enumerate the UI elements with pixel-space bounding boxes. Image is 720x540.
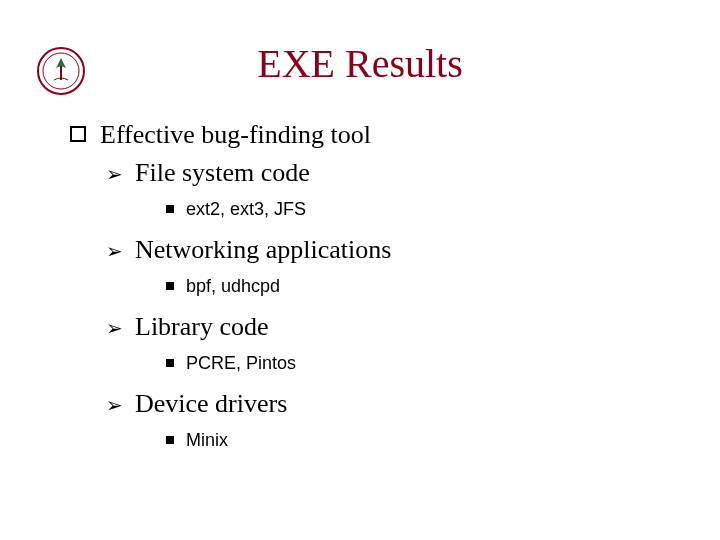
bullet-main: Effective bug-finding tool <box>70 118 650 152</box>
square-icon <box>166 205 174 213</box>
arrow-icon: ➢ <box>106 161 123 187</box>
bullet-detail-library: PCRE, Pintos <box>166 352 650 375</box>
arrow-icon: ➢ <box>106 238 123 264</box>
arrow-icon: ➢ <box>106 392 123 418</box>
slide-body: Effective bug-finding tool ➢ File system… <box>70 118 650 465</box>
arrow-icon: ➢ <box>106 315 123 341</box>
bullet-detail-drivers: Minix <box>166 429 650 452</box>
square-icon <box>166 359 174 367</box>
bullet-sub-text: Library code <box>135 310 269 344</box>
bullet-detail-text: ext2, ext3, JFS <box>186 198 306 221</box>
square-outline-icon <box>70 126 86 142</box>
bullet-detail-filesystem: ext2, ext3, JFS <box>166 198 650 221</box>
slide: EXE Results Effective bug-finding tool ➢… <box>0 0 720 540</box>
bullet-sub-text: Device drivers <box>135 387 287 421</box>
bullet-sub-text: Networking applications <box>135 233 391 267</box>
bullet-detail-text: PCRE, Pintos <box>186 352 296 375</box>
bullet-main-text: Effective bug-finding tool <box>100 118 371 152</box>
square-icon <box>166 282 174 290</box>
square-icon <box>166 436 174 444</box>
bullet-detail-networking: bpf, udhcpd <box>166 275 650 298</box>
bullet-detail-text: Minix <box>186 429 228 452</box>
bullet-sub-library: ➢ Library code <box>106 310 650 344</box>
slide-title: EXE Results <box>0 40 720 87</box>
bullet-sub-networking: ➢ Networking applications <box>106 233 650 267</box>
bullet-sub-filesystem: ➢ File system code <box>106 156 650 190</box>
bullet-sub-text: File system code <box>135 156 310 190</box>
bullet-sub-drivers: ➢ Device drivers <box>106 387 650 421</box>
bullet-detail-text: bpf, udhcpd <box>186 275 280 298</box>
